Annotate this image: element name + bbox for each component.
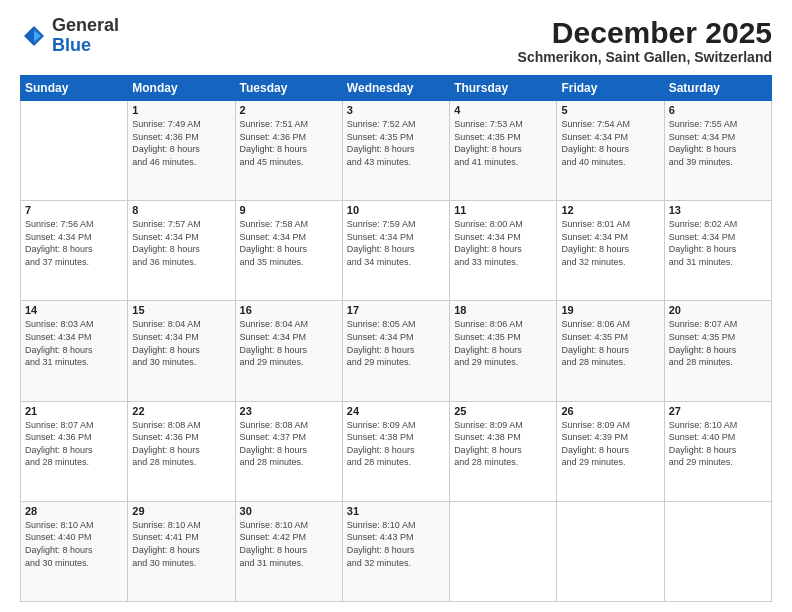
day-number: 6 bbox=[669, 104, 767, 116]
day-info: Sunrise: 8:08 AMSunset: 4:36 PMDaylight:… bbox=[132, 419, 230, 469]
day-cell: 27Sunrise: 8:10 AMSunset: 4:40 PMDayligh… bbox=[664, 401, 771, 501]
day-info: Sunrise: 8:01 AMSunset: 4:34 PMDaylight:… bbox=[561, 218, 659, 268]
logo-general: General bbox=[52, 15, 119, 35]
day-cell: 11Sunrise: 8:00 AMSunset: 4:34 PMDayligh… bbox=[450, 201, 557, 301]
day-cell: 15Sunrise: 8:04 AMSunset: 4:34 PMDayligh… bbox=[128, 301, 235, 401]
day-info: Sunrise: 8:06 AMSunset: 4:35 PMDaylight:… bbox=[454, 318, 552, 368]
day-info: Sunrise: 7:53 AMSunset: 4:35 PMDaylight:… bbox=[454, 118, 552, 168]
calendar-subtitle: Schmerikon, Saint Gallen, Switzerland bbox=[518, 49, 772, 65]
day-info: Sunrise: 7:59 AMSunset: 4:34 PMDaylight:… bbox=[347, 218, 445, 268]
day-number: 5 bbox=[561, 104, 659, 116]
day-number: 15 bbox=[132, 304, 230, 316]
day-cell bbox=[21, 101, 128, 201]
day-info: Sunrise: 8:09 AMSunset: 4:38 PMDaylight:… bbox=[454, 419, 552, 469]
day-number: 30 bbox=[240, 505, 338, 517]
day-info: Sunrise: 8:09 AMSunset: 4:38 PMDaylight:… bbox=[347, 419, 445, 469]
day-info: Sunrise: 8:03 AMSunset: 4:34 PMDaylight:… bbox=[25, 318, 123, 368]
day-number: 19 bbox=[561, 304, 659, 316]
day-info: Sunrise: 8:07 AMSunset: 4:36 PMDaylight:… bbox=[25, 419, 123, 469]
day-cell: 20Sunrise: 8:07 AMSunset: 4:35 PMDayligh… bbox=[664, 301, 771, 401]
day-cell bbox=[450, 501, 557, 601]
day-info: Sunrise: 7:57 AMSunset: 4:34 PMDaylight:… bbox=[132, 218, 230, 268]
day-cell: 1Sunrise: 7:49 AMSunset: 4:36 PMDaylight… bbox=[128, 101, 235, 201]
day-number: 21 bbox=[25, 405, 123, 417]
day-info: Sunrise: 7:49 AMSunset: 4:36 PMDaylight:… bbox=[132, 118, 230, 168]
day-cell: 29Sunrise: 8:10 AMSunset: 4:41 PMDayligh… bbox=[128, 501, 235, 601]
day-info: Sunrise: 8:10 AMSunset: 4:42 PMDaylight:… bbox=[240, 519, 338, 569]
day-number: 16 bbox=[240, 304, 338, 316]
day-cell: 16Sunrise: 8:04 AMSunset: 4:34 PMDayligh… bbox=[235, 301, 342, 401]
logo-text: General Blue bbox=[52, 16, 119, 56]
day-number: 31 bbox=[347, 505, 445, 517]
day-cell: 18Sunrise: 8:06 AMSunset: 4:35 PMDayligh… bbox=[450, 301, 557, 401]
day-info: Sunrise: 8:07 AMSunset: 4:35 PMDaylight:… bbox=[669, 318, 767, 368]
calendar-table: SundayMondayTuesdayWednesdayThursdayFrid… bbox=[20, 75, 772, 602]
col-header-saturday: Saturday bbox=[664, 76, 771, 101]
day-number: 3 bbox=[347, 104, 445, 116]
col-header-friday: Friday bbox=[557, 76, 664, 101]
day-info: Sunrise: 8:05 AMSunset: 4:34 PMDaylight:… bbox=[347, 318, 445, 368]
day-info: Sunrise: 8:04 AMSunset: 4:34 PMDaylight:… bbox=[132, 318, 230, 368]
day-info: Sunrise: 8:04 AMSunset: 4:34 PMDaylight:… bbox=[240, 318, 338, 368]
day-number: 10 bbox=[347, 204, 445, 216]
day-number: 24 bbox=[347, 405, 445, 417]
day-number: 17 bbox=[347, 304, 445, 316]
col-header-tuesday: Tuesday bbox=[235, 76, 342, 101]
week-row-1: 7Sunrise: 7:56 AMSunset: 4:34 PMDaylight… bbox=[21, 201, 772, 301]
day-cell: 12Sunrise: 8:01 AMSunset: 4:34 PMDayligh… bbox=[557, 201, 664, 301]
day-cell: 2Sunrise: 7:51 AMSunset: 4:36 PMDaylight… bbox=[235, 101, 342, 201]
day-info: Sunrise: 8:10 AMSunset: 4:43 PMDaylight:… bbox=[347, 519, 445, 569]
day-cell: 7Sunrise: 7:56 AMSunset: 4:34 PMDaylight… bbox=[21, 201, 128, 301]
logo-blue: Blue bbox=[52, 35, 91, 55]
day-cell: 5Sunrise: 7:54 AMSunset: 4:34 PMDaylight… bbox=[557, 101, 664, 201]
day-number: 1 bbox=[132, 104, 230, 116]
day-number: 23 bbox=[240, 405, 338, 417]
logo: General Blue bbox=[20, 16, 119, 56]
day-cell bbox=[557, 501, 664, 601]
day-info: Sunrise: 8:10 AMSunset: 4:41 PMDaylight:… bbox=[132, 519, 230, 569]
col-header-thursday: Thursday bbox=[450, 76, 557, 101]
col-header-sunday: Sunday bbox=[21, 76, 128, 101]
day-cell: 14Sunrise: 8:03 AMSunset: 4:34 PMDayligh… bbox=[21, 301, 128, 401]
page: General Blue December 2025 Schmerikon, S… bbox=[0, 0, 792, 612]
week-row-0: 1Sunrise: 7:49 AMSunset: 4:36 PMDaylight… bbox=[21, 101, 772, 201]
week-row-3: 21Sunrise: 8:07 AMSunset: 4:36 PMDayligh… bbox=[21, 401, 772, 501]
day-cell: 10Sunrise: 7:59 AMSunset: 4:34 PMDayligh… bbox=[342, 201, 449, 301]
day-cell: 21Sunrise: 8:07 AMSunset: 4:36 PMDayligh… bbox=[21, 401, 128, 501]
day-info: Sunrise: 8:10 AMSunset: 4:40 PMDaylight:… bbox=[669, 419, 767, 469]
calendar-title: December 2025 bbox=[518, 16, 772, 49]
day-cell: 28Sunrise: 8:10 AMSunset: 4:40 PMDayligh… bbox=[21, 501, 128, 601]
day-cell: 30Sunrise: 8:10 AMSunset: 4:42 PMDayligh… bbox=[235, 501, 342, 601]
day-info: Sunrise: 8:08 AMSunset: 4:37 PMDaylight:… bbox=[240, 419, 338, 469]
col-header-wednesday: Wednesday bbox=[342, 76, 449, 101]
day-cell bbox=[664, 501, 771, 601]
day-info: Sunrise: 7:55 AMSunset: 4:34 PMDaylight:… bbox=[669, 118, 767, 168]
day-cell: 24Sunrise: 8:09 AMSunset: 4:38 PMDayligh… bbox=[342, 401, 449, 501]
day-cell: 8Sunrise: 7:57 AMSunset: 4:34 PMDaylight… bbox=[128, 201, 235, 301]
day-info: Sunrise: 8:00 AMSunset: 4:34 PMDaylight:… bbox=[454, 218, 552, 268]
week-row-4: 28Sunrise: 8:10 AMSunset: 4:40 PMDayligh… bbox=[21, 501, 772, 601]
day-number: 9 bbox=[240, 204, 338, 216]
day-number: 28 bbox=[25, 505, 123, 517]
day-cell: 6Sunrise: 7:55 AMSunset: 4:34 PMDaylight… bbox=[664, 101, 771, 201]
day-number: 22 bbox=[132, 405, 230, 417]
day-info: Sunrise: 7:52 AMSunset: 4:35 PMDaylight:… bbox=[347, 118, 445, 168]
day-number: 29 bbox=[132, 505, 230, 517]
day-number: 25 bbox=[454, 405, 552, 417]
day-cell: 22Sunrise: 8:08 AMSunset: 4:36 PMDayligh… bbox=[128, 401, 235, 501]
day-cell: 31Sunrise: 8:10 AMSunset: 4:43 PMDayligh… bbox=[342, 501, 449, 601]
day-info: Sunrise: 7:54 AMSunset: 4:34 PMDaylight:… bbox=[561, 118, 659, 168]
title-block: December 2025 Schmerikon, Saint Gallen, … bbox=[518, 16, 772, 65]
day-cell: 19Sunrise: 8:06 AMSunset: 4:35 PMDayligh… bbox=[557, 301, 664, 401]
day-cell: 4Sunrise: 7:53 AMSunset: 4:35 PMDaylight… bbox=[450, 101, 557, 201]
day-number: 27 bbox=[669, 405, 767, 417]
day-cell: 26Sunrise: 8:09 AMSunset: 4:39 PMDayligh… bbox=[557, 401, 664, 501]
day-number: 4 bbox=[454, 104, 552, 116]
header: General Blue December 2025 Schmerikon, S… bbox=[20, 16, 772, 65]
day-cell: 9Sunrise: 7:58 AMSunset: 4:34 PMDaylight… bbox=[235, 201, 342, 301]
day-number: 2 bbox=[240, 104, 338, 116]
day-number: 8 bbox=[132, 204, 230, 216]
day-number: 14 bbox=[25, 304, 123, 316]
logo-icon bbox=[20, 22, 48, 50]
day-cell: 23Sunrise: 8:08 AMSunset: 4:37 PMDayligh… bbox=[235, 401, 342, 501]
